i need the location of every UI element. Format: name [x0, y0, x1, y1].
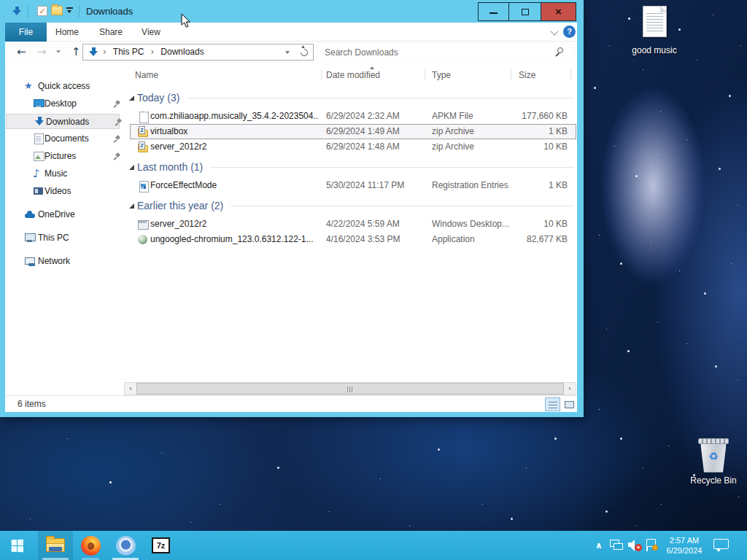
name-cell: ungoogled-chromium_123.0.6312.122-1...	[150, 233, 318, 246]
help-button[interactable]: ?	[563, 26, 576, 38]
search-icon	[557, 47, 563, 53]
group-label: Earlier this year (2)	[137, 198, 223, 214]
qat-new-folder-icon[interactable]	[51, 6, 63, 15]
file-icon	[137, 111, 149, 122]
group-header[interactable]: Earlier this year (2)	[5, 198, 577, 214]
name-cell: virtualbox	[150, 125, 318, 139]
remote-desktop-file-icon	[137, 219, 149, 230]
network-icon[interactable]	[610, 540, 624, 551]
title-bar[interactable]: ✓ Downloads ×	[0, 0, 584, 23]
size-cell: 177,660 KB	[480, 109, 568, 123]
column-header-size[interactable]: Size	[519, 67, 535, 83]
volume-muted-icon[interactable]: ×	[628, 540, 643, 551]
recent-locations-chevron-icon[interactable]	[56, 50, 61, 55]
size-cell: 10 KB	[480, 140, 568, 154]
zip-archive-icon: Z	[137, 141, 149, 153]
forward-button[interactable]: →	[37, 42, 47, 63]
tab-view[interactable]: View	[142, 23, 160, 42]
back-button[interactable]: ←	[17, 42, 26, 63]
size-cell: 1 KB	[480, 179, 568, 192]
nav-item-network[interactable]: Network	[5, 254, 124, 269]
group-collapse-icon[interactable]	[129, 203, 134, 209]
group-header[interactable]: Last month (1)	[5, 160, 577, 175]
column-headers: Name Date modified Type Size	[124, 67, 577, 83]
name-cell: server_2012r2	[150, 217, 318, 231]
text-file-icon	[643, 6, 667, 37]
file-explorer-icon	[46, 538, 65, 552]
action-flag-icon[interactable]	[646, 539, 659, 551]
desktop-icon-good-music[interactable]: good music	[622, 4, 687, 57]
registry-file-icon	[137, 180, 149, 192]
clock-time: 2:57 AM	[662, 535, 706, 545]
type-cell: zip Archive	[432, 125, 474, 139]
qat-properties-icon[interactable]: ✓	[37, 6, 47, 16]
name-cell: ForceEffectMode	[150, 179, 318, 192]
start-button[interactable]	[0, 531, 35, 560]
column-header-type[interactable]: Type	[432, 67, 451, 83]
address-dropdown-chevron-icon[interactable]	[285, 51, 290, 56]
thumbnail-view-button[interactable]	[562, 397, 577, 411]
net-icon	[24, 255, 36, 267]
taskbar-file-explorer[interactable]	[38, 531, 73, 560]
date-cell: 6/29/2024 1:48 AM	[326, 140, 400, 154]
maximize-button[interactable]	[508, 2, 541, 21]
desktop-icon-label: Recycle Bin	[681, 475, 746, 486]
minimize-button[interactable]	[478, 2, 509, 21]
file-row-com-zhiliaoapp-musically-35-4-[interactable]: com.zhiliaoapp.musically_35.4.2-2023504.…	[130, 109, 576, 124]
name-cell: server_2012r2	[150, 140, 318, 154]
search-box[interactable]	[319, 44, 570, 61]
refresh-icon[interactable]	[299, 47, 309, 58]
address-bar[interactable]: › This PC › Downloads	[82, 44, 314, 61]
taskbar-firefox[interactable]	[73, 531, 108, 560]
file-row-forceeffectmode[interactable]: ForceEffectMode5/30/2024 11:17 PMRegistr…	[130, 178, 576, 193]
file-list: Today (3)com.zhiliaoapp.musically_35.4.2…	[5, 90, 577, 252]
name-cell: com.zhiliaoapp.musically_35.4.2-2023504.…	[150, 109, 318, 123]
file-row-server-2012r2[interactable]: server_2012r24/22/2024 5:59 AMWindows De…	[130, 217, 576, 232]
taskbar: 7z ∧ × 2:57 AM 6/29/2024	[0, 531, 747, 560]
scrollbar-thumb[interactable]	[136, 383, 564, 394]
firefox-icon	[81, 536, 101, 556]
status-bar: 6 items	[5, 395, 577, 412]
tray-clock[interactable]: 2:57 AM 6/29/2024	[662, 535, 706, 556]
breadcrumb-downloads[interactable]: Downloads	[160, 44, 204, 60]
item-count: 6 items	[18, 396, 46, 412]
desktop-icon-recycle-bin[interactable]: ♻ Recycle Bin	[689, 435, 738, 490]
zip-archive-icon: Z	[137, 126, 149, 138]
window-title: Downloads	[86, 0, 133, 23]
notification-icon[interactable]	[713, 539, 729, 551]
file-row-virtualbox[interactable]: Zvirtualbox6/29/2024 1:49 AMzip Archive1…	[130, 124, 576, 139]
taskbar-chromium[interactable]	[108, 531, 143, 560]
up-button[interactable]: ↑	[71, 42, 81, 63]
scroll-right-icon[interactable]: ›	[564, 383, 576, 394]
group-header[interactable]: Today (3)	[5, 90, 577, 106]
close-button[interactable]: ×	[541, 2, 576, 21]
group-collapse-icon[interactable]	[129, 165, 134, 170]
tray-expand-chevron-icon[interactable]: ∧	[595, 535, 603, 556]
scroll-left-icon[interactable]: ‹	[125, 383, 136, 394]
search-input[interactable]	[319, 44, 570, 61]
type-cell: APKM File	[432, 109, 473, 123]
size-cell: 82,677 KB	[480, 233, 568, 246]
application-icon	[137, 234, 149, 246]
date-cell: 4/16/2024 3:53 PM	[326, 233, 400, 246]
file-row-ungoogled-chromium-123-0-6312-[interactable]: ungoogled-chromium_123.0.6312.122-1...4/…	[130, 232, 576, 247]
horizontal-scrollbar[interactable]: ‹ ›	[124, 382, 576, 395]
file-row-server-2012r2[interactable]: Zserver_2012r26/29/2024 1:48 AMzip Archi…	[130, 139, 576, 155]
ribbon-expand-chevron-icon[interactable]	[550, 27, 558, 35]
date-cell: 5/30/2024 11:17 PM	[326, 179, 404, 192]
tab-file[interactable]: File	[5, 23, 47, 42]
column-header-date[interactable]: Date modified	[326, 67, 380, 83]
date-cell: 6/29/2024 1:49 AM	[326, 125, 400, 139]
7zip-icon: 7z	[152, 537, 170, 553]
taskbar-7zip[interactable]: 7z	[143, 531, 178, 560]
breadcrumb-this-pc[interactable]: This PC	[113, 44, 144, 60]
mouse-cursor	[181, 13, 191, 28]
chromium-icon	[116, 536, 136, 556]
qat-customize-chevron-icon[interactable]	[66, 7, 74, 15]
group-collapse-icon[interactable]	[129, 96, 134, 101]
tab-home[interactable]: Home	[55, 23, 79, 42]
column-header-name[interactable]: Name	[135, 67, 158, 83]
window-icon	[12, 6, 23, 17]
details-view-button[interactable]	[545, 397, 560, 411]
tab-share[interactable]: Share	[99, 23, 123, 42]
